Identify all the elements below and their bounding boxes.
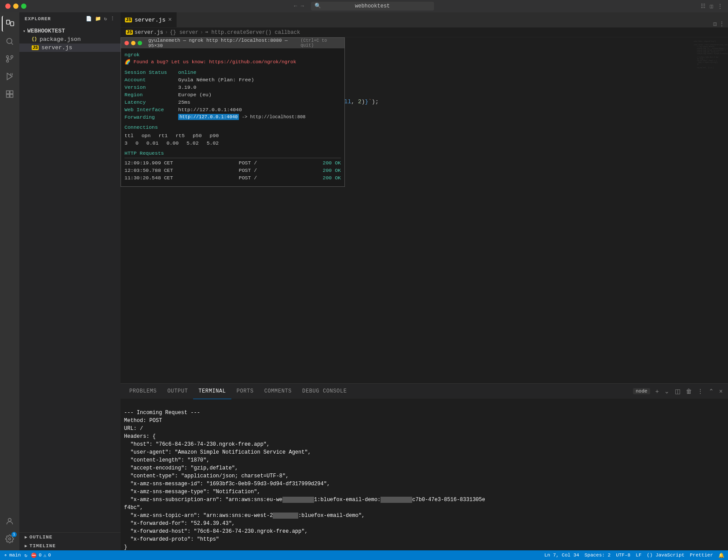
status-errors[interactable]: ⛔ 0 ⚠ 0 [31,553,51,558]
search-icon: 🔍 [315,3,321,10]
conn-val-opn: 0 [135,139,139,147]
account-value: Gyula Németh (Plan: Free) [178,76,254,84]
tab-debug-console[interactable]: DEBUG CONSOLE [297,384,352,399]
status-sync[interactable]: ↻ [24,553,27,558]
conn-col-opn: opn [142,132,151,139]
search-activity-icon[interactable] [2,33,18,49]
warning-icon: ⚠ [44,553,47,558]
menu-icon[interactable]: ⋮ [717,3,723,10]
status-branch[interactable]: ⚬ main [4,553,21,558]
tab-output[interactable]: OUTPUT [162,384,193,399]
ngrok-close-btn[interactable] [124,41,129,45]
panel-split-button[interactable]: ◫ [673,387,682,396]
notification-badge: 1 [11,532,17,537]
http-req-1-method: POST / [239,159,257,167]
account-icon[interactable] [2,513,18,529]
outline-section[interactable]: ▶ OUTLINE [19,533,121,542]
tab-terminal[interactable]: TERMINAL [193,384,231,399]
panel-content[interactable]: --- Incoming Request --- Method: POST UR… [121,399,728,550]
http-req-1-time: 12:09:19.909 CET [124,159,173,167]
file-item-package-json[interactable]: {} package.json [19,35,121,44]
status-right: Ln 7, Col 34 Spaces: 2 UTF-8 LF () JavaS… [545,553,725,558]
layout-icon[interactable]: ☷ [701,3,706,10]
file-name-server-js: server.js [41,44,72,51]
source-control-icon[interactable] [2,51,18,67]
more-actions-icon[interactable]: ⋮ [719,21,724,27]
conn-col-rt5: rt5 [176,132,185,139]
file-item-server-js[interactable]: JS server.js [19,44,121,52]
tab-ports[interactable]: PORTS [231,384,259,399]
web-interface-label: Web Interface [124,106,177,113]
collapse-icon[interactable]: ⋮ [110,16,115,22]
ngrok-max-btn[interactable] [138,41,142,45]
tab-comments[interactable]: COMMENTS [259,384,297,399]
http-requests-section: HTTP Requests 12:09:19.909 CET POST / 20… [124,149,341,182]
tab-problems[interactable]: PROBLEMS [124,384,162,399]
region-label: Region [124,91,177,98]
nav-back-icon[interactable]: ← [294,3,297,9]
search-bar[interactable]: 🔍 webhooktest [311,2,434,11]
prettier-indicator[interactable]: Prettier [690,553,713,558]
forwarding-highlight: http://127.0.0.1:4040 [178,114,239,120]
connections-section: Connections ttl opn rt1 rt5 p50 p90 [124,124,341,147]
breadcrumb-js-icon: JS [126,30,133,35]
spaces-indicator[interactable]: Spaces: 2 [585,553,611,558]
http-req-3-status: 200 OK [323,174,341,182]
terminal-output: --- Incoming Request --- Method: POST UR… [124,401,724,550]
warning-count: 0 [48,553,51,558]
tab-server-js[interactable]: JS server.js × [121,12,177,27]
panel-close-button[interactable]: × [717,387,724,396]
encoding-indicator[interactable]: UTF-8 [616,553,630,558]
split-icon[interactable]: ◫ [710,3,713,10]
ngrok-bug-line: 🌈 Found a bug? Let us know: https://gith… [124,58,341,66]
status-left: ⚬ main ↻ ⛔ 0 ⚠ 0 [4,553,51,558]
breadcrumb-file[interactable]: server.js [135,29,163,36]
folder-header-webhooktest[interactable]: ▾ WEBHOOKTEST [19,27,121,35]
tab-close-icon[interactable]: × [168,16,172,23]
split-editor-icon[interactable]: ◫ [713,21,717,27]
close-button[interactable] [5,4,11,9]
status-bar: ⚬ main ↻ ⛔ 0 ⚠ 0 Ln 7, Col 34 Spaces: 2 … [0,550,728,560]
breadcrumb: JS server.js › {} server › ➟ http.create… [121,28,728,37]
panel-trash-button[interactable]: 🗑 [684,387,694,396]
line-ending-indicator[interactable]: LF [636,553,641,558]
timeline-section[interactable]: ▶ TIMELINE [19,542,121,550]
conn-val-rt5: 0.00 [166,139,179,147]
sidebar: Explorer 📄 📁 ↻ ⋮ ▾ WEBHOOKTEST {} packag… [19,12,121,550]
run-icon[interactable] [2,69,18,84]
nav-forward-icon[interactable]: → [301,3,304,9]
language-indicator[interactable]: () JavaScript [647,553,684,558]
svg-rect-1 [11,22,14,25]
http-req-3-time: 11:30:20.548 CET [124,174,173,182]
panel-add-button[interactable]: + [654,387,661,396]
maximize-button[interactable] [21,4,26,9]
svg-rect-0 [7,20,10,24]
window-controls [5,4,26,9]
error-icon: ⛔ [31,553,37,558]
file-name-package-json: package.json [40,36,81,43]
explorer-icon[interactable] [2,16,18,32]
svg-rect-12 [7,95,10,98]
new-file-icon[interactable]: 📄 [86,16,92,22]
ngrok-min-btn[interactable] [131,41,135,45]
svg-point-5 [7,60,9,62]
new-folder-icon[interactable]: 📁 [95,16,102,22]
connections-header: Connections [124,124,158,130]
panel-up-button[interactable]: ⌃ [707,387,716,396]
breadcrumb-method[interactable]: ➟ http.createServer() callback [205,29,300,36]
connections-cols: ttl opn rt1 rt5 p50 p90 [124,132,341,139]
panel-chevron-down-button[interactable]: ⌄ [662,387,671,396]
http-requests-header: HTTP Requests [124,150,164,156]
panel-more-button[interactable]: ⋮ [695,387,705,396]
refresh-icon[interactable]: ↻ [104,16,108,22]
settings-icon[interactable]: 1 [2,531,18,547]
extensions-icon[interactable] [2,86,18,102]
minimize-button[interactable] [13,4,18,9]
breadcrumb-server[interactable]: {} server [170,29,198,36]
cursor-position[interactable]: Ln 7, Col 34 [545,553,579,558]
conn-val-p90: 5.02 [207,139,219,147]
svg-point-15 [9,538,11,540]
outline-label: OUTLINE [29,535,52,540]
notification-bell-icon[interactable]: 🔔 [718,553,724,558]
sync-icon: ↻ [24,553,27,558]
